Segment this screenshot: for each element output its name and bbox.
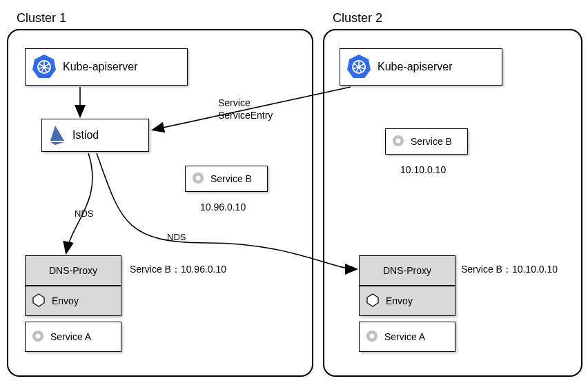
nds-label-1: NDS: [75, 208, 93, 219]
service-a-2-label: Service A: [384, 331, 425, 342]
kube-apiserver-1-box: Kube-apiserver: [25, 48, 188, 86]
svg-point-31: [370, 333, 375, 338]
service-b-2-box: Service B: [385, 128, 468, 155]
service-b-2-ip: 10.10.0.10: [400, 164, 446, 175]
envoy-2-box: Envoy: [359, 286, 455, 316]
svg-marker-26: [33, 294, 44, 306]
service-entry-line1: Service: [218, 97, 273, 109]
svg-marker-29: [367, 294, 378, 306]
dns-proxy-1-box: DNS-Proxy: [25, 255, 121, 286]
service-b-1-box: Service B: [185, 166, 268, 192]
service-b-map-2: Service B：10.10.0.10: [461, 264, 558, 276]
hexagon-icon: [31, 293, 46, 310]
svg-point-25: [396, 138, 401, 143]
envoy-1-label: Envoy: [52, 295, 79, 306]
cluster-2-title: Cluster 2: [333, 11, 382, 26]
kube-apiserver-1-label: Kube-apiserver: [63, 61, 138, 73]
nds-label-2: NDS: [167, 232, 186, 242]
service-b-1-label: Service B: [210, 173, 252, 184]
gear-icon: [391, 134, 405, 150]
service-b-map-1: Service B：10.96.0.10: [130, 264, 226, 276]
svg-marker-20: [50, 126, 64, 141]
istio-icon: [48, 123, 67, 148]
envoy-1-box: Envoy: [25, 286, 121, 316]
svg-point-28: [36, 333, 41, 338]
kube-apiserver-2-label: Kube-apiserver: [378, 61, 453, 73]
svg-marker-21: [50, 142, 64, 145]
hexagon-icon: [365, 293, 380, 310]
kube-apiserver-2-box: Kube-apiserver: [340, 48, 502, 86]
service-entry-line2: ServiceEntry: [218, 109, 273, 121]
service-b-2-label: Service B: [411, 136, 452, 147]
cluster-1-title: Cluster 1: [17, 11, 66, 26]
gear-icon: [365, 329, 379, 345]
envoy-2-label: Envoy: [386, 295, 413, 306]
service-a-2-box: Service A: [359, 322, 455, 352]
service-b-1-ip: 10.96.0.10: [200, 202, 246, 213]
istiod-label: Istiod: [72, 129, 99, 141]
service-a-1-box: Service A: [25, 322, 121, 352]
dns-proxy-2-box: DNS-Proxy: [359, 255, 455, 286]
service-a-1-label: Service A: [50, 331, 91, 342]
kubernetes-icon: [346, 53, 372, 81]
gear-icon: [31, 329, 45, 345]
service-entry-label: Service ServiceEntry: [218, 97, 273, 121]
kubernetes-icon: [31, 53, 57, 81]
dns-proxy-2-label: DNS-Proxy: [383, 265, 431, 276]
gear-icon: [191, 171, 205, 187]
dns-proxy-1-label: DNS-Proxy: [49, 265, 97, 276]
istiod-box: Istiod: [41, 119, 149, 152]
svg-point-23: [196, 175, 201, 180]
